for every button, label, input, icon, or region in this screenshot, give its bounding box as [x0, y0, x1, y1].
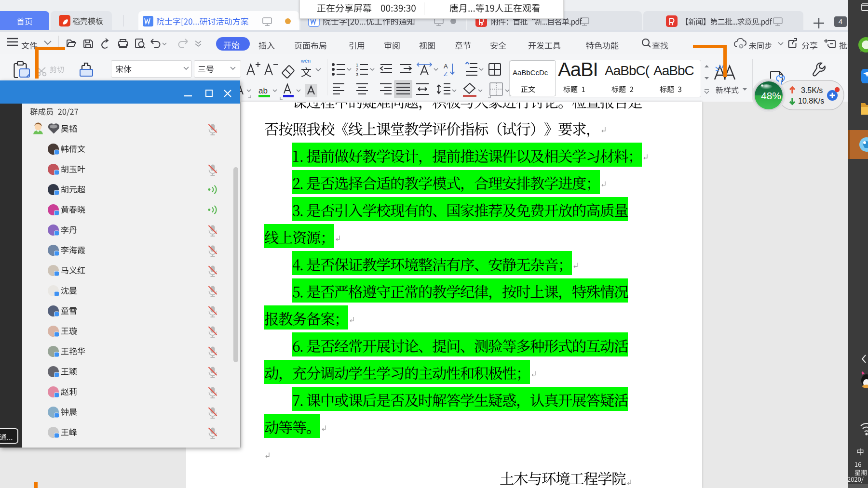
- svg-text:ab: ab: [258, 86, 268, 95]
- svg-text:1: 1: [356, 63, 358, 67]
- svg-text:3: 3: [356, 72, 358, 77]
- svg-text:Z: Z: [444, 70, 448, 78]
- svg-text:2: 2: [356, 67, 358, 72]
- svg-text:A: A: [444, 63, 448, 70]
- svg-text:wén: wén: [300, 58, 311, 64]
